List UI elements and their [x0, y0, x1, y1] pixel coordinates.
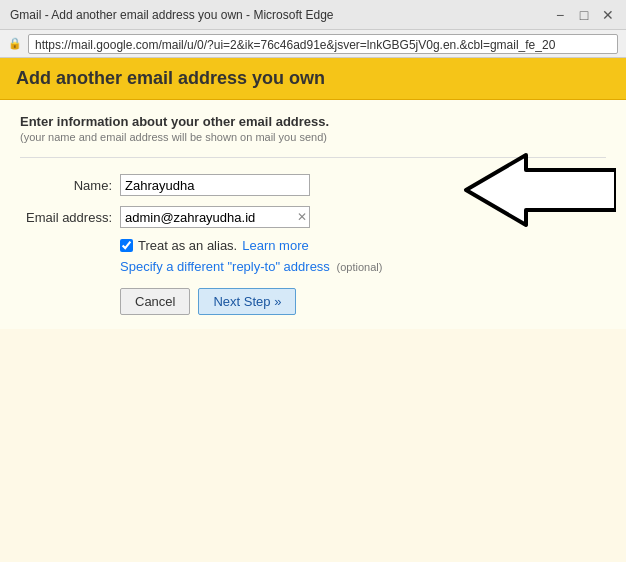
email-input-wrapper: ✕	[120, 206, 310, 228]
next-step-button[interactable]: Next Step »	[198, 288, 296, 315]
dialog-subtitle: Enter information about your other email…	[20, 114, 606, 129]
name-label: Name:	[20, 178, 120, 193]
address-bar: 🔒 https://mail.google.com/mail/u/0/?ui=2…	[0, 30, 626, 58]
divider	[20, 157, 606, 158]
dialog-title: Add another email address you own	[16, 68, 610, 89]
lock-icon: 🔒	[8, 37, 22, 50]
email-clear-button[interactable]: ✕	[297, 211, 307, 223]
learn-more-link[interactable]: Learn more	[242, 238, 308, 253]
email-label: Email address:	[20, 210, 120, 225]
page-content: Add another email address you own Enter …	[0, 58, 626, 562]
button-row: Cancel Next Step »	[120, 288, 606, 315]
alias-checkbox-row: Treat as an alias. Learn more	[120, 238, 606, 253]
email-row: Email address: ✕	[20, 206, 606, 228]
email-input[interactable]	[120, 206, 310, 228]
name-input[interactable]	[120, 174, 310, 196]
window-title: Gmail - Add another email address you ow…	[10, 8, 552, 22]
window-controls: − □ ✕	[552, 7, 616, 23]
reply-to-row: Specify a different "reply-to" address (…	[120, 259, 606, 274]
dialog-header: Add another email address you own	[0, 58, 626, 100]
restore-button[interactable]: □	[576, 7, 592, 23]
dialog-body: Enter information about your other email…	[0, 100, 626, 329]
url-input[interactable]: https://mail.google.com/mail/u/0/?ui=2&i…	[28, 34, 618, 54]
dialog-hint: (your name and email address will be sho…	[20, 131, 606, 143]
close-button[interactable]: ✕	[600, 7, 616, 23]
reply-to-link[interactable]: Specify a different "reply-to" address	[120, 259, 330, 274]
cancel-button[interactable]: Cancel	[120, 288, 190, 315]
minimize-button[interactable]: −	[552, 7, 568, 23]
name-row: Name:	[20, 174, 606, 196]
alias-label: Treat as an alias.	[138, 238, 237, 253]
optional-label: (optional)	[337, 261, 383, 273]
alias-checkbox[interactable]	[120, 239, 133, 252]
title-bar: Gmail - Add another email address you ow…	[0, 0, 626, 30]
